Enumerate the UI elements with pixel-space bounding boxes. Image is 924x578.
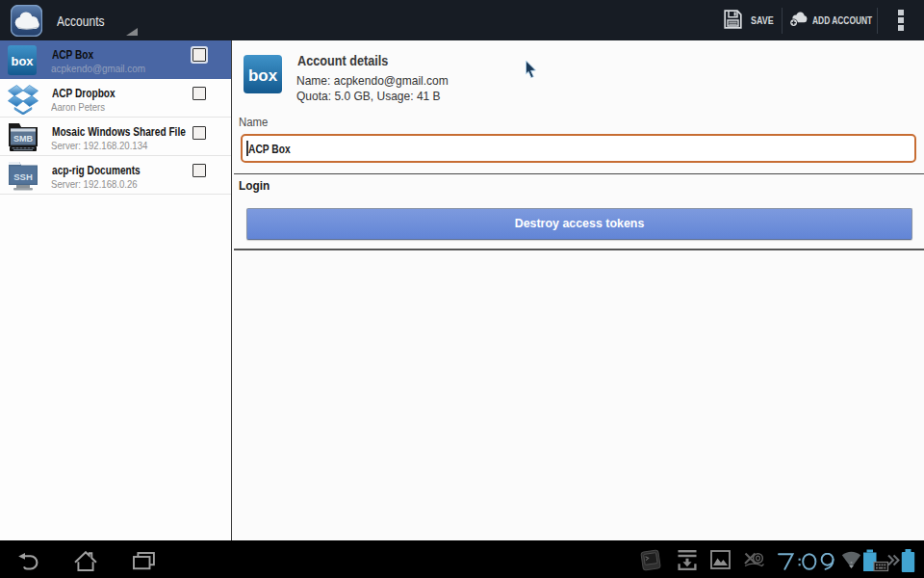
svg-text:SMB: SMB — [13, 134, 34, 144]
svg-text:SSH: SSH — [13, 171, 33, 182]
svg-text:box: box — [11, 54, 34, 68]
svg-text:box: box — [248, 66, 278, 85]
